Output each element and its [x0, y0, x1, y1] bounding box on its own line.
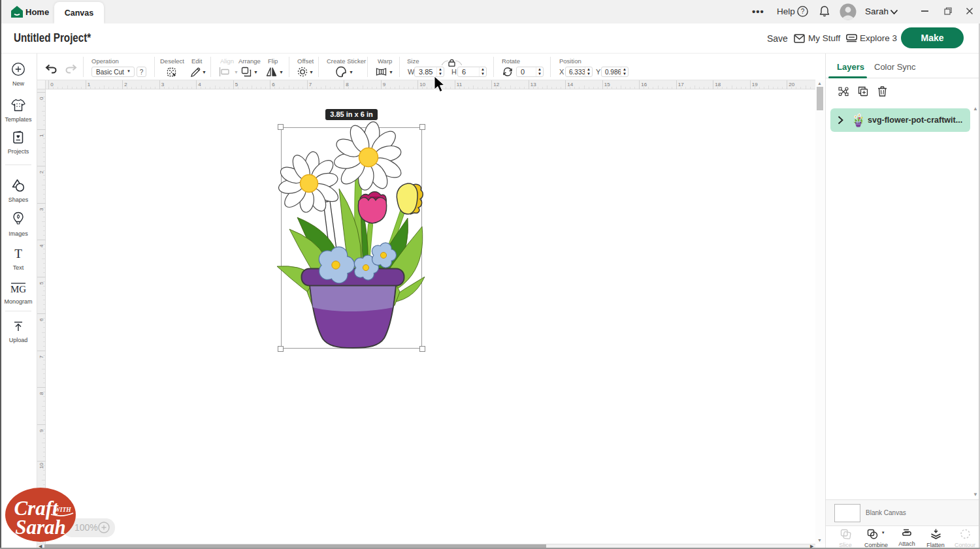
svg-text:MG: MG	[10, 284, 26, 294]
svg-text:T: T	[14, 247, 22, 260]
svg-text:?: ?	[801, 8, 805, 15]
svg-text:Sarah: Sarah	[15, 516, 66, 539]
svg-text:WITH: WITH	[54, 507, 71, 513]
